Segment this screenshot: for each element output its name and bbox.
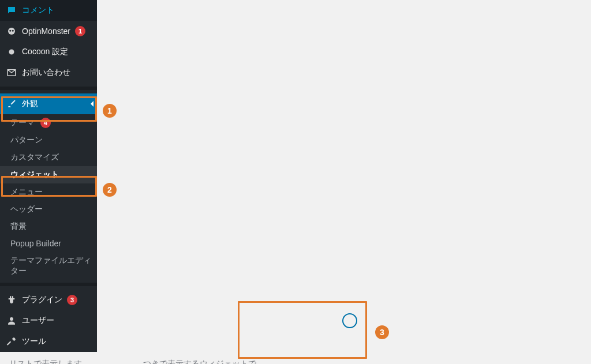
- sidebar-sub-popup-builder[interactable]: Popup Builder: [0, 235, 97, 252]
- sidebar-item-cocoon[interactable]: Cocoon 設定: [0, 42, 97, 62]
- widget-group: つきで表示するウィジェットです。: [143, 352, 267, 364]
- annotation-number-2: 2: [103, 183, 117, 197]
- widget-group: リストで表示します。: [9, 352, 133, 364]
- wrench-icon: [6, 336, 17, 347]
- sidebar-separator: [0, 87, 97, 90]
- sidebar-sub-label: ウィジェット: [10, 170, 59, 179]
- sidebar-sub-label: Popup Builder: [10, 239, 61, 248]
- brush-icon: [6, 98, 17, 110]
- widget-description: つきで表示するウィジェットです。: [143, 358, 267, 364]
- sidebar-item-appearance[interactable]: 外観: [0, 93, 97, 114]
- sidebar-sub-label: テーマ: [10, 118, 35, 127]
- sidebar-sub-label: パターン: [10, 135, 43, 144]
- sidebar-sub-header[interactable]: ヘッダー: [0, 201, 97, 218]
- plugin-icon: [6, 294, 17, 306]
- optinmonster-icon: [6, 25, 17, 37]
- sidebar-sub-theme-file-editor[interactable]: テーマファイルエディター: [0, 252, 97, 279]
- chevron-left-icon: [91, 101, 93, 107]
- mail-icon: [6, 67, 17, 78]
- sidebar-label: Cocoon 設定: [22, 47, 68, 57]
- sidebar-sub-label: ヘッダー: [10, 204, 43, 213]
- svg-point-1: [9, 30, 11, 32]
- sidebar-label: プラグイン: [22, 295, 62, 305]
- sidebar-sub-label: テーマファイルエディター: [10, 256, 91, 275]
- sidebar-sub-themes[interactable]: テーマ 4: [0, 114, 97, 132]
- svg-point-0: [8, 28, 15, 35]
- sidebar-item-contact[interactable]: お問い合わせ: [0, 62, 97, 83]
- notification-badge: 1: [75, 26, 85, 36]
- svg-point-3: [9, 50, 14, 55]
- sidebar-sub-customize[interactable]: カスタマイズ: [0, 149, 97, 166]
- sidebar-label: コメント: [22, 5, 54, 16]
- sidebar-label: 外観: [22, 99, 38, 109]
- annotation-number-1: 1: [103, 104, 117, 118]
- widget-description: リストで表示します。: [9, 358, 133, 364]
- dot-icon: [6, 46, 17, 58]
- svg-point-2: [12, 30, 14, 32]
- sidebar-item-optinmonster[interactable]: OptinMonster 1: [0, 21, 97, 42]
- available-widgets: リストで表示します。 つきで表示するウィジェットです。 [C] 最近のコメント …: [9, 353, 271, 364]
- comment-icon: [6, 5, 17, 16]
- sidebar-sub-background[interactable]: 背景: [0, 218, 97, 235]
- admin-sidebar: コメント OptinMonster 1 Cocoon 設定 お問い合わせ 外観 …: [0, 0, 97, 352]
- annotation-number-3: 3: [375, 325, 389, 339]
- widget-areas: 投稿コメント上 投稿コメント下 固定ページタイトル上 固定ページタイトル下: [283, 353, 591, 364]
- sidebar-item-comments[interactable]: コメント: [0, 0, 97, 21]
- sidebar-separator: [0, 283, 97, 286]
- sidebar-label: お問い合わせ: [22, 67, 70, 78]
- user-icon: [6, 315, 17, 327]
- notification-badge: 3: [67, 295, 77, 305]
- sidebar-sub-label: カスタマイズ: [10, 152, 59, 162]
- sidebar-label: ツール: [22, 336, 46, 347]
- sidebar-sub-widgets[interactable]: ウィジェット: [0, 166, 97, 183]
- sidebar-sub-label: 背景: [10, 222, 27, 231]
- sidebar-label: OptinMonster: [22, 27, 70, 36]
- sidebar-sub-patterns[interactable]: パターン: [0, 132, 97, 149]
- svg-point-4: [10, 317, 13, 321]
- sidebar-item-plugins[interactable]: プラグイン 3: [0, 290, 97, 310]
- sidebar-item-tools[interactable]: ツール: [0, 331, 97, 352]
- annotation-box-3: [238, 301, 367, 359]
- sidebar-item-users[interactable]: ユーザー: [0, 310, 97, 331]
- notification-badge: 4: [40, 118, 51, 128]
- sidebar-sub-menus[interactable]: メニュー: [0, 183, 97, 201]
- main-content: リストで表示します。 つきで表示するウィジェットです。 [C] 最近のコメント …: [0, 352, 591, 364]
- spacer: [283, 357, 581, 364]
- sidebar-label: ユーザー: [22, 316, 54, 326]
- sidebar-sub-label: メニュー: [10, 187, 43, 196]
- annotation-circle: [342, 313, 357, 328]
